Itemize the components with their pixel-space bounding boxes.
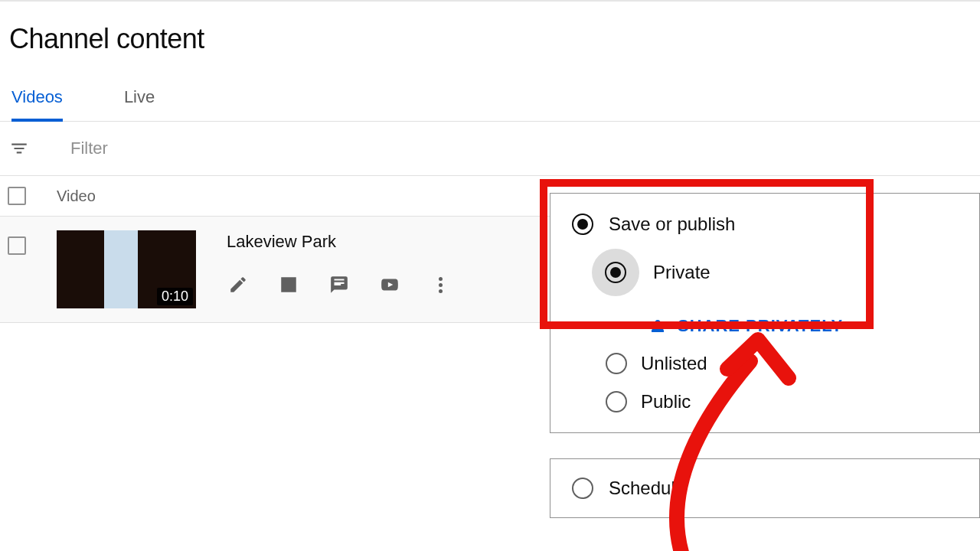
visibility-sub-options: Private SHARE PRIVATELY Unlisted Public xyxy=(606,249,958,412)
unlisted-label: Unlisted xyxy=(641,353,707,374)
schedule-option[interactable]: Schedule xyxy=(572,478,958,499)
schedule-label: Schedule xyxy=(609,478,685,499)
share-privately-button[interactable]: SHARE PRIVATELY xyxy=(644,316,958,336)
radio-private[interactable] xyxy=(605,262,626,283)
schedule-panel: Schedule xyxy=(550,458,980,518)
video-duration: 0:10 xyxy=(157,288,193,305)
radio-public[interactable] xyxy=(606,391,627,412)
public-label: Public xyxy=(641,391,691,412)
private-label: Private xyxy=(653,262,710,283)
visibility-panel: Save or publish Private SHARE PRIVATELY … xyxy=(550,193,980,433)
public-option[interactable]: Public xyxy=(606,391,958,412)
private-option[interactable]: Private xyxy=(606,249,958,296)
more-options-icon[interactable] xyxy=(429,273,452,296)
comments-icon[interactable] xyxy=(328,273,351,296)
radio-unlisted[interactable] xyxy=(606,353,627,374)
video-thumbnail[interactable]: 0:10 xyxy=(57,230,196,308)
column-video: Video xyxy=(57,187,96,205)
save-or-publish-option[interactable]: Save or publish xyxy=(572,214,958,235)
unlisted-option[interactable]: Unlisted xyxy=(606,353,958,374)
radio-schedule[interactable] xyxy=(572,478,593,499)
analytics-icon[interactable] xyxy=(277,273,300,296)
select-all-checkbox[interactable] xyxy=(8,187,26,205)
row-checkbox[interactable] xyxy=(8,236,26,255)
edit-icon[interactable] xyxy=(227,273,250,296)
tab-live[interactable]: Live xyxy=(124,87,155,121)
tab-videos[interactable]: Videos xyxy=(11,87,63,121)
tabs: Videos Live xyxy=(0,55,980,122)
filter-input[interactable]: Filter xyxy=(70,139,108,158)
radio-ripple xyxy=(592,249,639,296)
save-or-publish-label: Save or publish xyxy=(609,214,735,235)
filter-row: Filter xyxy=(0,122,980,176)
play-on-youtube-icon[interactable] xyxy=(378,273,401,296)
share-privately-label: SHARE PRIVATELY xyxy=(678,316,843,336)
person-add-icon xyxy=(644,317,667,335)
page-title: Channel content xyxy=(0,2,980,55)
radio-save-or-publish[interactable] xyxy=(572,214,593,235)
filter-icon[interactable] xyxy=(8,137,31,160)
